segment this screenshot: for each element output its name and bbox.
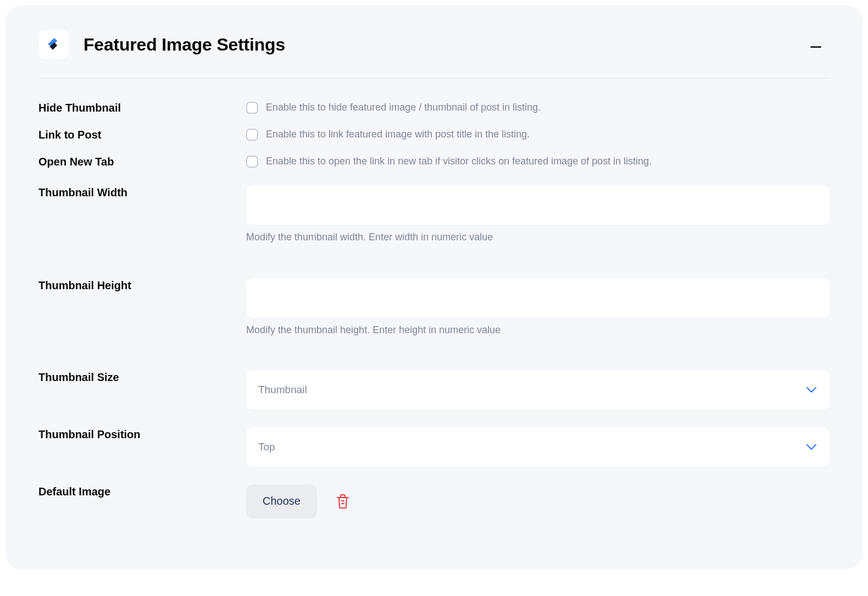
row-default-image: Default Image Choose	[38, 479, 830, 525]
minus-icon	[810, 46, 821, 48]
choose-row: Choose	[246, 484, 830, 518]
trash-icon	[336, 494, 350, 509]
label-col: Thumbnail Position	[38, 427, 246, 441]
row-open-new-tab: Open New Tab Enable this to open the lin…	[38, 148, 830, 175]
row-hide-thumbnail: Hide Thumbnail Enable this to hide featu…	[38, 94, 830, 121]
control-col: Modify the thumbnail width. Enter width …	[246, 185, 830, 243]
field-help: Modify the thumbnail width. Enter width …	[246, 231, 830, 243]
row-thumbnail-position: Thumbnail Position Top	[38, 422, 830, 479]
label-col: Thumbnail Height	[38, 278, 246, 292]
panel-title: Featured Image Settings	[84, 35, 285, 55]
field-label: Thumbnail Size	[38, 371, 119, 383]
control-col: Enable this to hide featured image / thu…	[246, 101, 830, 114]
select-wrap: Top	[246, 427, 830, 467]
chevron-down-icon	[805, 384, 817, 396]
field-label: Default Image	[38, 485, 110, 498]
field-label: Thumbnail Position	[38, 428, 141, 440]
field-label: Thumbnail Height	[38, 279, 131, 291]
label-col: Hide Thumbnail	[38, 101, 246, 114]
label-col: Default Image	[38, 484, 246, 498]
checkbox-line: Enable this to open the link in new tab …	[246, 154, 830, 168]
select-wrap: Thumbnail	[246, 370, 830, 410]
checkbox-line: Enable this to hide featured image / thu…	[246, 101, 830, 114]
thumbnail-width-input[interactable]	[246, 185, 830, 225]
collapse-toggle[interactable]	[808, 38, 824, 55]
row-thumbnail-width: Thumbnail Width Modify the thumbnail wid…	[38, 175, 830, 272]
row-thumbnail-height: Thumbnail Height Modify the thumbnail he…	[38, 272, 830, 365]
panel-app-icon	[38, 30, 68, 59]
label-col: Open New Tab	[38, 154, 246, 168]
thumbnail-height-input[interactable]	[246, 278, 830, 318]
field-label: Hide Thumbnail	[38, 102, 121, 114]
control-col: Top	[246, 427, 830, 467]
label-col: Link to Post	[38, 128, 246, 141]
settings-panel: Featured Image Settings Hide Thumbnail E…	[5, 5, 863, 569]
select-value: Top	[258, 441, 275, 453]
hide-thumbnail-checkbox[interactable]	[246, 102, 258, 114]
choose-image-button[interactable]: Choose	[246, 484, 317, 518]
choose-label: Choose	[263, 495, 301, 507]
field-help: Enable this to hide featured image / thu…	[266, 101, 541, 114]
chevron-down-icon	[805, 441, 817, 453]
field-label: Open New Tab	[38, 156, 114, 168]
checkbox-line: Enable this to link featured image with …	[246, 128, 830, 141]
row-link-to-post: Link to Post Enable this to link feature…	[38, 121, 830, 148]
field-label: Thumbnail Width	[38, 186, 127, 198]
thumbnail-position-select[interactable]: Top	[246, 427, 830, 467]
link-to-post-checkbox[interactable]	[246, 129, 258, 141]
settings-rows: Hide Thumbnail Enable this to hide featu…	[38, 79, 830, 525]
delete-image-button[interactable]	[332, 491, 353, 512]
control-col: Enable this to open the link in new tab …	[246, 154, 830, 168]
field-help: Enable this to open the link in new tab …	[266, 154, 652, 168]
select-value: Thumbnail	[258, 384, 307, 396]
control-col: Modify the thumbnail height. Enter heigh…	[246, 278, 830, 336]
control-col: Thumbnail	[246, 370, 830, 410]
label-col: Thumbnail Size	[38, 370, 246, 384]
thumbnail-size-select[interactable]: Thumbnail	[246, 370, 830, 410]
field-help: Enable this to link featured image with …	[266, 128, 530, 141]
control-col: Choose	[246, 484, 830, 518]
open-new-tab-checkbox[interactable]	[246, 156, 258, 168]
field-help: Modify the thumbnail height. Enter heigh…	[246, 324, 830, 336]
row-thumbnail-size: Thumbnail Size Thumbnail	[38, 365, 830, 422]
control-col: Enable this to link featured image with …	[246, 128, 830, 141]
panel-header: Featured Image Settings	[38, 30, 830, 79]
label-col: Thumbnail Width	[38, 185, 246, 199]
field-label: Link to Post	[38, 129, 101, 141]
